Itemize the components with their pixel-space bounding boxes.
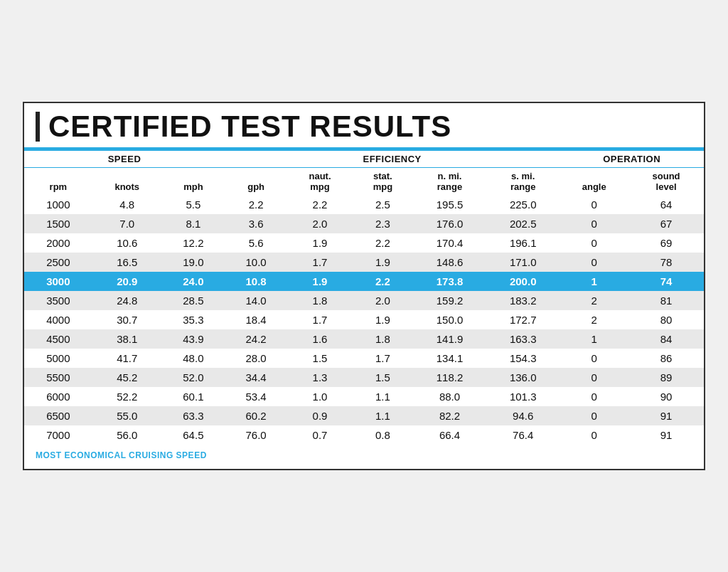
cell-n_mi_range: 173.8 <box>413 272 486 291</box>
cell-n_mi_range: 176.0 <box>413 214 486 233</box>
cell-sound_level: 67 <box>628 214 704 233</box>
efficiency-section-header: EFFICIENCY <box>225 150 560 168</box>
cell-mph: 48.0 <box>162 349 225 368</box>
table-row: 700056.064.576.00.70.866.476.4091 <box>24 425 704 445</box>
certified-test-results-card: CERTIFIED TEST RESULTS SPEED EFFICIENCY … <box>23 102 705 470</box>
cell-rpm: 1500 <box>24 214 92 233</box>
cell-knots: 55.0 <box>92 406 162 425</box>
cell-naut_mpg: 0.9 <box>287 406 353 425</box>
cell-s_mi_range: 154.3 <box>486 349 560 368</box>
knots-col-header: knots <box>92 168 162 196</box>
cell-mph: 24.0 <box>162 272 225 291</box>
cell-n_mi_range: 195.5 <box>413 195 486 214</box>
cell-gph: 24.2 <box>225 329 287 349</box>
title-bar: CERTIFIED TEST RESULTS <box>24 103 704 147</box>
table-row: 250016.519.010.01.71.9148.6171.0078 <box>24 253 704 272</box>
cell-stat_mpg: 1.9 <box>353 310 413 329</box>
cell-angle: 0 <box>560 425 628 445</box>
cell-mph: 60.1 <box>162 387 225 406</box>
cell-angle: 0 <box>560 406 628 425</box>
cell-s_mi_range: 200.0 <box>486 272 560 291</box>
results-table: SPEED EFFICIENCY OPERATION rpm knots mph… <box>24 149 704 445</box>
cell-naut_mpg: 1.7 <box>287 310 353 329</box>
n-mi-range-col-header: n. mi.range <box>413 168 486 196</box>
cell-naut_mpg: 1.9 <box>287 233 353 253</box>
col-header-row: rpm knots mph gph naut.mpg stat.mpg n. m… <box>24 168 704 196</box>
cell-mph: 12.2 <box>162 233 225 253</box>
cell-s_mi_range: 101.3 <box>486 387 560 406</box>
table-row: 350024.828.514.01.82.0159.2183.2281 <box>24 291 704 310</box>
cell-rpm: 1000 <box>24 195 92 214</box>
cell-knots: 4.8 <box>92 195 162 214</box>
cell-s_mi_range: 202.5 <box>486 214 560 233</box>
cell-mph: 5.5 <box>162 195 225 214</box>
mph-col-header: mph <box>162 168 225 196</box>
cell-angle: 0 <box>560 233 628 253</box>
cell-s_mi_range: 183.2 <box>486 291 560 310</box>
cell-angle: 0 <box>560 387 628 406</box>
cell-gph: 5.6 <box>225 233 287 253</box>
cell-stat_mpg: 1.9 <box>353 253 413 272</box>
cell-stat_mpg: 1.5 <box>353 368 413 387</box>
rpm-col-header: rpm <box>24 168 92 196</box>
table-row: 400030.735.318.41.71.9150.0172.7280 <box>24 310 704 329</box>
cell-knots: 7.0 <box>92 214 162 233</box>
stat-mpg-col-header: stat.mpg <box>353 168 413 196</box>
table-row: 600052.260.153.41.01.188.0101.3090 <box>24 387 704 406</box>
cell-mph: 43.9 <box>162 329 225 349</box>
cell-s_mi_range: 163.3 <box>486 329 560 349</box>
cell-angle: 0 <box>560 349 628 368</box>
cell-angle: 0 <box>560 253 628 272</box>
cell-s_mi_range: 172.7 <box>486 310 560 329</box>
cell-gph: 53.4 <box>225 387 287 406</box>
cell-naut_mpg: 1.3 <box>287 368 353 387</box>
cell-gph: 10.0 <box>225 253 287 272</box>
s-mi-range-col-header: s. mi.range <box>486 168 560 196</box>
cell-knots: 45.2 <box>92 368 162 387</box>
cell-gph: 28.0 <box>225 349 287 368</box>
cell-rpm: 7000 <box>24 425 92 445</box>
naut-mpg-col-header: naut.mpg <box>287 168 353 196</box>
cell-n_mi_range: 88.0 <box>413 387 486 406</box>
section-header-row: SPEED EFFICIENCY OPERATION <box>24 150 704 168</box>
cell-naut_mpg: 1.9 <box>287 272 353 291</box>
cell-stat_mpg: 1.1 <box>353 406 413 425</box>
cell-n_mi_range: 82.2 <box>413 406 486 425</box>
cell-sound_level: 91 <box>628 406 704 425</box>
cell-rpm: 2500 <box>24 253 92 272</box>
cell-knots: 38.1 <box>92 329 162 349</box>
cell-stat_mpg: 1.8 <box>353 329 413 349</box>
cell-mph: 28.5 <box>162 291 225 310</box>
cell-n_mi_range: 66.4 <box>413 425 486 445</box>
cell-naut_mpg: 1.8 <box>287 291 353 310</box>
cell-naut_mpg: 1.0 <box>287 387 353 406</box>
cell-knots: 16.5 <box>92 253 162 272</box>
cell-n_mi_range: 118.2 <box>413 368 486 387</box>
cell-angle: 0 <box>560 195 628 214</box>
cell-n_mi_range: 150.0 <box>413 310 486 329</box>
cell-gph: 76.0 <box>225 425 287 445</box>
cell-naut_mpg: 1.6 <box>287 329 353 349</box>
cell-gph: 3.6 <box>225 214 287 233</box>
cell-stat_mpg: 1.7 <box>353 349 413 368</box>
table-row: 650055.063.360.20.91.182.294.6091 <box>24 406 704 425</box>
sound-level-col-header: soundlevel <box>628 168 704 196</box>
cell-mph: 64.5 <box>162 425 225 445</box>
footer-note: MOST ECONOMICAL CRUISING SPEED <box>24 445 704 469</box>
cell-rpm: 6000 <box>24 387 92 406</box>
cell-n_mi_range: 141.9 <box>413 329 486 349</box>
cell-knots: 56.0 <box>92 425 162 445</box>
cell-gph: 18.4 <box>225 310 287 329</box>
cell-stat_mpg: 2.3 <box>353 214 413 233</box>
cell-rpm: 4000 <box>24 310 92 329</box>
cell-s_mi_range: 136.0 <box>486 368 560 387</box>
cell-sound_level: 90 <box>628 387 704 406</box>
cell-n_mi_range: 148.6 <box>413 253 486 272</box>
cell-s_mi_range: 225.0 <box>486 195 560 214</box>
cell-stat_mpg: 2.0 <box>353 291 413 310</box>
cell-sound_level: 69 <box>628 233 704 253</box>
cell-rpm: 4500 <box>24 329 92 349</box>
table-row: 10004.85.52.22.22.5195.5225.0064 <box>24 195 704 214</box>
cell-gph: 10.8 <box>225 272 287 291</box>
cell-sound_level: 89 <box>628 368 704 387</box>
